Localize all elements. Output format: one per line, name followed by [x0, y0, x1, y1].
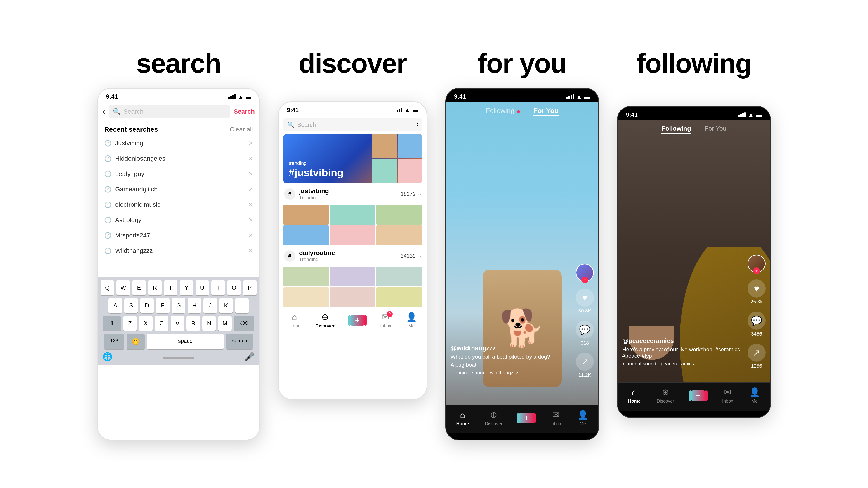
remove-icon[interactable]: ✕: [248, 201, 253, 208]
following-username[interactable]: @peaceceramics: [622, 337, 743, 345]
key-n[interactable]: N: [202, 316, 216, 331]
nav-discover[interactable]: ⊕ Discover: [657, 387, 674, 404]
key-s[interactable]: S: [124, 298, 138, 313]
key-f[interactable]: F: [156, 298, 169, 313]
search-button[interactable]: Search: [234, 108, 255, 115]
key-d[interactable]: D: [140, 298, 154, 313]
nav-inbox[interactable]: ✉ 9 Inbox: [380, 312, 391, 328]
key-l[interactable]: L: [235, 298, 249, 313]
key-u[interactable]: U: [195, 280, 209, 295]
following-bottom-info: @peaceceramics Here's a preview of our l…: [622, 337, 743, 367]
key-a[interactable]: A: [108, 298, 122, 313]
create-button[interactable]: +: [690, 390, 706, 401]
tab-foryou[interactable]: For You: [705, 125, 726, 134]
nav-me[interactable]: 👤 Me: [406, 312, 417, 328]
key-p[interactable]: P: [243, 280, 256, 295]
key-w[interactable]: W: [116, 280, 130, 295]
avatar-button[interactable]: +: [576, 264, 594, 282]
list-item[interactable]: 🕐 Mrsports247 ✕: [98, 228, 259, 243]
key-r[interactable]: R: [148, 280, 162, 295]
discover-search-bar[interactable]: 🔍 Search ⛶: [283, 118, 422, 131]
nav-me[interactable]: 👤 Me: [749, 387, 760, 404]
nav-plus[interactable]: +: [349, 315, 365, 326]
share-button[interactable]: ↗ 11.2K: [576, 353, 594, 378]
battery-icon: ▬: [756, 111, 762, 118]
key-y[interactable]: Y: [180, 280, 193, 295]
remove-icon[interactable]: ✕: [248, 156, 253, 162]
key-g[interactable]: G: [172, 298, 185, 313]
follow-button[interactable]: +: [753, 267, 760, 274]
nav-home[interactable]: ⌂ Home: [456, 410, 469, 426]
expand-icon[interactable]: ⛶: [414, 123, 418, 127]
list-item[interactable]: 🕐 Astrology ✕: [98, 213, 259, 228]
nav-inbox[interactable]: ✉ Inbox: [722, 387, 733, 404]
back-button[interactable]: ‹: [102, 107, 105, 116]
follow-button[interactable]: +: [581, 276, 588, 283]
search-input[interactable]: Search: [123, 108, 144, 115]
key-q[interactable]: Q: [101, 280, 114, 295]
key-j[interactable]: J: [204, 298, 217, 313]
key-o[interactable]: O: [227, 280, 241, 295]
nav-home[interactable]: ⌂ Home: [288, 312, 301, 328]
remove-icon[interactable]: ✕: [248, 171, 253, 177]
like-button[interactable]: ♥ 25.3k: [747, 280, 766, 305]
key-e[interactable]: E: [132, 280, 146, 295]
list-item[interactable]: 🕐 Gameandglitch ✕: [98, 182, 259, 197]
key-numbers[interactable]: 123: [104, 334, 124, 349]
globe-icon[interactable]: 🌐: [102, 352, 113, 361]
trending-row-1[interactable]: # justvibing Trending 18272 ›: [279, 184, 427, 205]
nav-inbox[interactable]: ✉ Inbox: [550, 410, 561, 426]
list-item[interactable]: 🕐 Wildthangzzz ✕: [98, 243, 259, 258]
tab-foryou[interactable]: For You: [533, 107, 559, 116]
key-i[interactable]: I: [211, 280, 225, 295]
avatar-button[interactable]: +: [747, 255, 766, 273]
remove-icon[interactable]: ✕: [248, 186, 253, 193]
discover-search-placeholder[interactable]: Search: [297, 121, 316, 128]
key-search[interactable]: search: [226, 334, 253, 349]
create-button[interactable]: +: [349, 315, 365, 326]
nav-me[interactable]: 👤 Me: [578, 410, 588, 426]
tab-following[interactable]: Following: [661, 125, 691, 134]
key-v[interactable]: V: [170, 316, 184, 331]
grid-cell: [283, 225, 329, 246]
nav-home[interactable]: ⌂ Home: [628, 387, 641, 404]
key-backspace[interactable]: ⌫: [234, 316, 254, 331]
nav-discover[interactable]: ⊕ Discover: [485, 410, 502, 426]
remove-icon[interactable]: ✕: [248, 232, 253, 238]
remove-icon[interactable]: ✕: [248, 140, 253, 147]
key-m[interactable]: M: [218, 316, 232, 331]
key-t[interactable]: T: [164, 280, 178, 295]
list-item[interactable]: 🕐 electronic music ✕: [98, 197, 259, 213]
microphone-icon[interactable]: 🎤: [245, 352, 255, 361]
key-z[interactable]: Z: [123, 316, 137, 331]
list-item[interactable]: 🕐 Justvibing ✕: [98, 135, 259, 151]
search-input-box[interactable]: 🔍 Search: [109, 105, 230, 119]
key-k[interactable]: K: [219, 298, 233, 313]
comment-button[interactable]: 💬 918: [576, 321, 594, 346]
nav-discover[interactable]: ⊕ Discover: [315, 312, 335, 328]
nav-plus[interactable]: +: [519, 413, 534, 423]
key-shift[interactable]: ⇧: [103, 316, 121, 331]
discover-grid-1: [283, 205, 422, 246]
key-x[interactable]: X: [139, 316, 153, 331]
key-emoji[interactable]: 😊: [127, 334, 145, 349]
list-item[interactable]: 🕐 Hiddenlosangeles ✕: [98, 151, 259, 166]
comment-button[interactable]: 💬 3456: [747, 312, 766, 337]
remove-icon[interactable]: ✕: [248, 248, 253, 254]
foryou-username[interactable]: @wildthangzzz: [451, 345, 571, 352]
key-c[interactable]: C: [155, 316, 168, 331]
share-button[interactable]: ↗ 1256: [747, 344, 766, 369]
create-button[interactable]: +: [519, 413, 534, 423]
tab-following[interactable]: Following: [486, 107, 520, 116]
remove-icon[interactable]: ✕: [248, 217, 253, 223]
live-dot: [517, 110, 520, 113]
key-b[interactable]: B: [186, 316, 200, 331]
trending-row-2[interactable]: # dailyroutine Trending 34139 ›: [279, 246, 427, 267]
clear-all-button[interactable]: Clear all: [230, 126, 253, 133]
profile-icon: 👤: [406, 312, 417, 322]
key-h[interactable]: H: [188, 298, 201, 313]
key-space[interactable]: space: [147, 334, 224, 349]
list-item[interactable]: 🕐 Leafy_guy ✕: [98, 166, 259, 182]
like-button[interactable]: ♥ 30.8K: [576, 289, 594, 314]
nav-plus[interactable]: +: [690, 390, 706, 401]
